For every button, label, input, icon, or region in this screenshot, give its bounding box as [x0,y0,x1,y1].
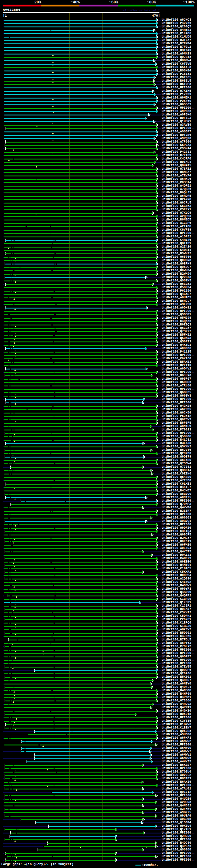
svg-text:UniRef100_Q5UAN3: UniRef100_Q5UAN3 [162,337,191,340]
svg-text:UniRef100_C1BIC5: UniRef100_C1BIC5 [162,567,191,570]
svg-text:UniRef100_C7YIG9: UniRef100_C7YIG9 [162,154,191,157]
svg-text:UniRef100_B0XUT5: UniRef100_B0XUT5 [162,713,191,716]
svg-text:UniRef100_Q5MGJ8: UniRef100_Q5MGJ8 [162,316,191,320]
svg-text:UniRef100_A7TJD0: UniRef100_A7TJD0 [162,479,191,482]
svg-text:UniRef100_UPI000..: UniRef100_UPI000.. [162,106,195,110]
svg-text:~60%: ~60% [109,0,119,5]
svg-text:UniRef100_B0CPS4: UniRef100_B0CPS4 [162,574,191,577]
svg-text:UniRef100_B4MY91: UniRef100_B4MY91 [162,563,191,567]
svg-text:UniRef100_Q70MP3: UniRef100_Q70MP3 [162,502,191,506]
svg-text:UniRef100_UPI000..: UniRef100_UPI000.. [162,784,195,787]
svg-text:UniRef100_UPI000..: UniRef100_UPI000.. [162,716,195,719]
svg-text:UniRef100_B6TDP8: UniRef100_B6TDP8 [162,83,191,86]
svg-text:UniRef100_A8X0V2: UniRef100_A8X0V2 [162,628,191,631]
svg-text:UniRef100_P16181: UniRef100_P16181 [162,72,191,76]
svg-text:UniRef100_Q6CX80: UniRef100_Q6CX80 [162,411,191,414]
svg-text:~100%: ~100% [183,0,195,5]
svg-text:UniRef100_Q15GB4: UniRef100_Q15GB4 [162,821,191,824]
svg-text:UniRef100_A6MWV7: UniRef100_A6MWV7 [162,750,191,753]
svg-text:UniRef100_A2I420: UniRef100_A2I420 [162,245,191,248]
svg-text:UniRef100_Q6DRF7: UniRef100_Q6DRF7 [162,655,191,658]
svg-text:UniRef100_UPI000..: UniRef100_UPI000.. [162,523,195,526]
svg-text:UniRef100_A6MWV1: UniRef100_A6MWV1 [162,753,191,756]
svg-text:UniRef100_Q9DB79: UniRef100_Q9DB79 [162,455,191,459]
svg-text:UniRef100_A0BVQ1: UniRef100_A0BVQ1 [162,520,191,523]
svg-text:20%: 20% [34,0,41,5]
svg-text:UniRef100_Q5KNH2: UniRef100_Q5KNH2 [162,445,191,448]
svg-text:UniRef100_A9UDP0: UniRef100_A9UDP0 [162,733,191,736]
svg-text:UniRef100_B2YI13: UniRef100_B2YI13 [162,364,191,367]
svg-text:UniRef100_A2QPB3: UniRef100_A2QPB3 [162,215,191,218]
svg-text:UniRef100_O73666: UniRef100_O73666 [162,699,191,702]
svg-text:470|: 470| [152,14,160,18]
svg-text:UniRef100_B3MC87: UniRef100_B3MC87 [162,536,191,540]
svg-text:UniRef100_B9WH22: UniRef100_B9WH22 [162,252,191,255]
svg-text:UniRef100_A4QR51: UniRef100_A4QR51 [162,184,191,188]
svg-text:UniRef100_C1BPQ6: UniRef100_C1BPQ6 [162,621,191,624]
svg-text:UniRef100_Q9DF26: UniRef100_Q9DF26 [162,526,191,530]
svg-text:UniRef100_B6QLJ9: UniRef100_B6QLJ9 [162,191,191,194]
svg-text:UniRef100_Q0U3N8: UniRef100_Q0U3N8 [162,259,191,262]
svg-text:UniRef100_C0S5T4: UniRef100_C0S5T4 [162,181,191,184]
svg-text:UniRef100_C3KIQ4: UniRef100_C3KIQ4 [162,530,191,533]
svg-text:UniRef100_C5FFX1: UniRef100_C5FFX1 [162,208,191,211]
svg-text:UniRef100_Q0E9B6: UniRef100_Q0E9B6 [162,560,191,563]
svg-text:UniRef100_B8P8P5: UniRef100_B8P8P5 [162,421,191,425]
svg-text:UniRef100_C9ZIN6: UniRef100_C9ZIN6 [162,472,191,475]
svg-text:UniRef100_Q7XLC9: UniRef100_Q7XLC9 [162,211,191,215]
svg-text:UniRef100_Q4GXS8: UniRef100_Q4GXS8 [162,404,191,408]
svg-text:UniRef100_UPI000..: UniRef100_UPI000.. [162,353,195,357]
svg-text:UniRef100_Q95P67: UniRef100_Q95P67 [162,377,191,380]
svg-text:UniRef100_P42733: UniRef100_P42733 [162,150,191,154]
svg-text:UniRef100_Q7SFZ2: UniRef100_Q7SFZ2 [162,167,191,170]
svg-text:UniRef100_Q54S90: UniRef100_Q54S90 [162,475,191,479]
svg-text:UniRef100_B4P5M1: UniRef100_B4P5M1 [162,695,191,699]
svg-text:UniRef100_UPI000..: UniRef100_UPI000.. [162,398,195,401]
svg-text:UniRef100_B3TLZ7: UniRef100_B3TLZ7 [162,38,191,42]
svg-text:UniRef100_B0EMJ7: UniRef100_B0EMJ7 [162,608,191,611]
svg-text:UniRef100_C6KI60: UniRef100_C6KI60 [162,357,191,360]
svg-text:UniRef100_B7G2U6: UniRef100_B7G2U6 [162,770,191,773]
svg-text:UniRef100_UPI000..: UniRef100_UPI000.. [162,662,195,665]
svg-text:UniRef100_A9RQ30: UniRef100_A9RQ30 [162,137,191,140]
svg-text:UniRef100_A7QS26: UniRef100_A7QS26 [162,188,191,191]
svg-text:UniRef100_B4NSG8: UniRef100_B4NSG8 [162,689,191,692]
svg-text:UniRef100_A6N9Y8: UniRef100_A6N9Y8 [162,682,191,685]
svg-text:UniRef100_Q0JBY8: UniRef100_Q0JBY8 [162,55,191,59]
svg-text:UniRef100_P62280: UniRef100_P62280 [162,289,191,292]
svg-text:UniRef100_Q22B78: UniRef100_Q22B78 [162,276,191,279]
svg-text:UniRef100_C1BG30: UniRef100_C1BG30 [162,624,191,628]
svg-text:UniRef100_Q5DB08: UniRef100_Q5DB08 [162,435,191,438]
svg-text:UniRef100_UPI000..: UniRef100_UPI000.. [162,838,195,841]
svg-text:UniRef100_B4LJS1: UniRef100_B4LJS1 [162,438,191,441]
svg-text:UniRef100_C1BYW6: UniRef100_C1BYW6 [162,723,191,726]
svg-text:UniRef100_B7FGL2: UniRef100_B7FGL2 [162,45,191,49]
svg-text:UniRef100_Q38CI4: UniRef100_Q38CI4 [162,469,191,472]
svg-text:UniRef100_A6MWU6: UniRef100_A6MWU6 [162,756,191,760]
svg-text:UniRef100_Q4GXS7: UniRef100_Q4GXS7 [162,292,191,296]
svg-text:UniRef100_Q9U9A0: UniRef100_Q9U9A0 [162,814,191,817]
svg-text:UniRef100_A1CEP6: UniRef100_A1CEP6 [162,221,191,225]
svg-text:UniRef100_Q7ZV05: UniRef100_Q7ZV05 [162,665,191,669]
svg-text:UniRef100_P41115: UniRef100_P41115 [162,350,191,353]
svg-text:UniRef100_A0D4V2: UniRef100_A0D4V2 [162,367,191,370]
svg-text:UniRef100_A6MWV0: UniRef100_A6MWV0 [162,746,191,750]
svg-text:UniRef100_Q2HG09: UniRef100_Q2HG09 [162,834,191,838]
svg-text:UniRef100_A2IAD8: UniRef100_A2IAD8 [162,225,191,228]
svg-text:UniRef100_B6JUX0: UniRef100_B6JUX0 [162,374,191,377]
svg-text:UniRef100_Q4YWP0: UniRef100_Q4YWP0 [162,506,191,509]
svg-text:UniRef100_Q7XIK5: UniRef100_Q7XIK5 [162,89,191,93]
svg-text:UniRef100_B3L435: UniRef100_B3L435 [162,441,191,445]
svg-text:UniRef100_C9SHA4: UniRef100_C9SHA4 [162,147,191,150]
svg-text:UniRef100_Q1KS31: UniRef100_Q1KS31 [162,601,191,604]
svg-text:UniRef100_A8E6B0: UniRef100_A8E6B0 [162,459,191,462]
svg-text:UniRef100_A8PXF3: UniRef100_A8PXF3 [162,736,191,740]
svg-text:UniRef100_C7GLX2: UniRef100_C7GLX2 [162,645,191,648]
svg-text:UniRef100_A8N1E9: UniRef100_A8N1E9 [162,425,191,428]
svg-text:UniRef100_C6T0V5: UniRef100_C6T0V5 [162,62,191,66]
svg-text:UniRef100_B4HP68: UniRef100_B4HP68 [162,692,191,695]
svg-text:AV632684: AV632684 [3,8,20,12]
svg-text:UniRef100_Q6C0Z7: UniRef100_Q6C0Z7 [162,327,191,330]
svg-text:UniRef100_A7AU01: UniRef100_A7AU01 [162,787,191,790]
svg-text:UniRef100_C1C2F1: UniRef100_C1C2F1 [162,604,191,608]
